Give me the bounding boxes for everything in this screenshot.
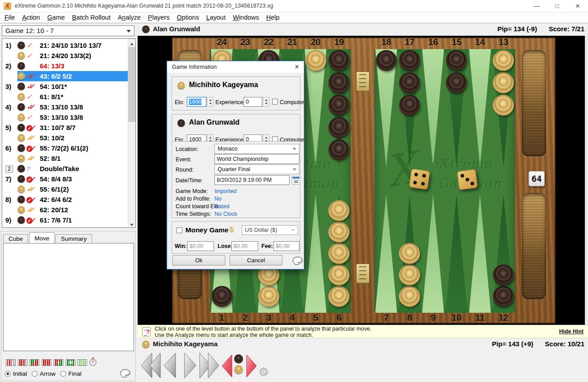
money-game-checkbox[interactable] [176, 227, 182, 233]
menu-item-windows[interactable]: Windows [229, 13, 263, 23]
stopwatch-icon[interactable] [89, 359, 97, 366]
move-row[interactable]: ✓✓62: 20/12 [2, 205, 128, 215]
gold-checker[interactable] [493, 50, 514, 71]
scroll-up-icon[interactable] [128, 39, 135, 46]
level-red-green-plus-icon[interactable] [54, 359, 63, 366]
menu-item-game[interactable]: Game [44, 13, 69, 23]
nav-first-button[interactable] [140, 352, 161, 379]
move-row[interactable]: 3)✓✓54: 10/1* [2, 81, 128, 92]
dark-checker[interactable] [446, 72, 467, 93]
dark-checker[interactable] [328, 139, 349, 160]
view-option-arrow[interactable]: Arrow [32, 370, 55, 377]
move-entry[interactable]: ✓✓55: 7/2(2) 6/1(2) [17, 143, 128, 153]
move-entry[interactable]: ✓✓31: 10/7 8/7 [17, 122, 128, 133]
menu-item-options[interactable]: Options [173, 13, 202, 23]
radio-button[interactable] [32, 371, 38, 377]
gold-checker[interactable] [328, 243, 349, 264]
menu-item-batch-rollout[interactable]: Batch Rollout [68, 13, 114, 23]
move-row[interactable]: 4)✓✓53: 13/10 13/8 [2, 102, 128, 112]
player1-elo-stepper[interactable] [207, 97, 214, 107]
move-entry[interactable]: ✓✓52: 8/1 [17, 153, 128, 164]
menu-item-file[interactable]: File [1, 13, 18, 23]
gold-checker[interactable] [305, 50, 326, 71]
next-move-arrow-button[interactable] [245, 354, 258, 378]
move-row[interactable]: 5)✓✓31: 10/7 8/7 [2, 122, 128, 133]
move-row[interactable]: 6)✓✓55: 7/2(2) 6/1(2) [2, 143, 128, 153]
dark-checker[interactable] [328, 50, 349, 71]
tab-move[interactable]: Move [29, 232, 55, 243]
settings-gear-icon[interactable]: ⚙ [258, 365, 269, 379]
ok-button[interactable]: Ok [172, 255, 225, 265]
dark-checker[interactable] [493, 264, 514, 285]
level-green-plus-plus-icon[interactable] [66, 359, 76, 366]
move-entry[interactable]: ✓✓53: 13/10 13/8 [17, 102, 128, 112]
move-entry[interactable]: ✓21: 24/20 13/3(2) [17, 50, 128, 61]
move-row[interactable]: ✓61: 8/1* [2, 92, 128, 102]
move-entry[interactable]: ✓✓43: 6/2 5/2 [17, 71, 128, 81]
scroll-down-icon[interactable] [128, 220, 135, 227]
hide-hint-link[interactable]: Hide Hint [559, 328, 584, 335]
nav-last-button[interactable] [199, 352, 220, 379]
tab-summary[interactable]: Summary [55, 234, 92, 243]
move-entry[interactable]: ✓61: 8/1* [17, 92, 128, 102]
move-entry[interactable]: ✓✓54: 10/1* [17, 81, 128, 92]
doubling-cube[interactable]: 64 [529, 171, 545, 186]
nav-next-button[interactable] [179, 352, 201, 379]
comment-bubble-icon[interactable] [120, 369, 130, 376]
move-row[interactable]: ✓✓53: 10/2 [2, 133, 128, 143]
menu-item-help[interactable]: Help [263, 13, 283, 23]
dark-checker[interactable] [376, 50, 397, 71]
view-option-initial[interactable]: Initial [5, 370, 27, 377]
gold-checker[interactable] [328, 264, 349, 285]
move-row[interactable]: ✓✓43: 6/2 5/2 [2, 71, 128, 81]
menu-item-players[interactable]: Players [144, 13, 173, 23]
player1-elo-input[interactable]: 1600 [187, 97, 206, 107]
radio-button[interactable] [60, 371, 66, 377]
move-list-scrollbar[interactable] [128, 39, 135, 227]
scrollbar-thumb[interactable] [128, 47, 135, 122]
move-entry[interactable]: ✓✓61: 7/6 7/1 [17, 215, 128, 225]
move-row[interactable]: 7)✓✓54: 8/4 8/3 [2, 174, 128, 184]
move-row[interactable]: 9)✓✓61: 7/6 7/1 [2, 215, 128, 225]
level-mostly-red-icon[interactable] [18, 359, 28, 366]
win-input[interactable]: $0.00 [187, 241, 214, 251]
prev-move-arrow-button[interactable] [221, 354, 233, 378]
datetime-input[interactable]: 8/20/2012 9:19:00 PM [214, 175, 290, 185]
dark-checker[interactable] [328, 95, 349, 116]
dark-checker[interactable] [399, 95, 420, 116]
move-row[interactable]: ✓✓52: 8/1 [2, 153, 128, 164]
move-entry[interactable]: ✓✓62: 20/12 [17, 205, 128, 215]
gold-checker[interactable] [493, 95, 514, 116]
move-row[interactable]: ✓21: 24/20 13/3(2) [2, 50, 128, 61]
player1-experience-stepper[interactable] [263, 97, 269, 107]
gold-checker[interactable] [258, 286, 279, 307]
move-row[interactable]: 1)✓21: 24/10 13/10 13/7 [2, 40, 128, 50]
dark-checker-icon[interactable] [234, 354, 243, 363]
gold-checker[interactable] [399, 286, 420, 307]
currency-dropdown[interactable]: US Dollar ($) [242, 225, 298, 235]
move-entry[interactable]: ✓✓53: 10/2 [17, 133, 128, 143]
maximize-button[interactable]: □ [547, 0, 567, 13]
player1-computer-checkbox[interactable] [272, 99, 278, 105]
tab-cube[interactable]: Cube [3, 234, 28, 243]
dark-checker[interactable] [399, 72, 420, 93]
move-row[interactable]: 8)✓✓42: 6/4 6/2 [2, 194, 128, 205]
game-selector[interactable]: Game 12: 10 - 7 [2, 25, 134, 36]
gold-checker-icon[interactable] [234, 365, 243, 374]
move-row[interactable]: ✓✓55: 6/1(2) [2, 184, 128, 194]
move-entry[interactable]: ✓✓55: 6/1(2) [17, 184, 128, 194]
minimize-button[interactable]: — [526, 0, 547, 13]
dark-checker[interactable] [399, 50, 420, 71]
menu-item-analyze[interactable]: Analyze [114, 13, 144, 23]
radio-button[interactable] [5, 371, 11, 377]
die-showing-3[interactable] [457, 169, 478, 190]
move-entry[interactable]: ✓✓54: 8/4 8/3 [17, 174, 128, 184]
location-dropdown[interactable]: Monaco [214, 144, 299, 154]
close-button[interactable]: ✕ [567, 0, 588, 13]
move-entry[interactable]: ✓21: 24/10 13/10 13/7 [17, 40, 128, 50]
lose-input[interactable]: $0.00 [231, 241, 258, 251]
dark-checker[interactable] [446, 50, 467, 71]
nav-prev-button[interactable] [160, 352, 181, 379]
dark-checker[interactable] [328, 117, 349, 138]
level-red-gray-icon[interactable] [6, 359, 16, 366]
